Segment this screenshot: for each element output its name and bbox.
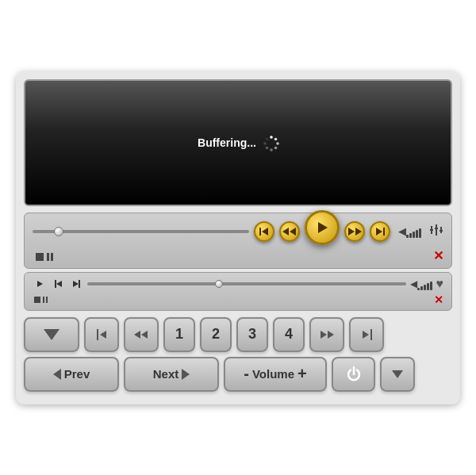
pause-button[interactable] [47,253,53,261]
skip-end-track-button[interactable] [349,317,384,352]
mini-stop-button[interactable] [34,297,40,303]
close-icon[interactable]: ✕ [433,248,443,263]
dropdown-small-button[interactable] [380,357,415,392]
fastforward-icon [347,228,362,236]
play-button[interactable] [305,210,340,245]
volume-plus-icon[interactable]: + [298,365,307,383]
mini-volume-control[interactable]: ◀ [410,278,432,290]
next-button[interactable]: Next [124,357,219,392]
svg-point-2 [276,142,279,145]
equalizer-icon [429,223,443,237]
track-button-row: 1 2 3 4 [24,317,452,352]
mini-stop-pause [34,297,48,303]
power-button[interactable] [332,357,375,392]
mini-close-icon[interactable]: ✕ [434,293,443,306]
track-1-button[interactable]: 1 [163,317,195,352]
video-screen: Buffering... [24,79,452,206]
svg-point-6 [263,142,267,145]
track-back-icon [97,329,107,340]
equalizer-button[interactable] [429,223,443,240]
rewind-start-icon [259,228,269,236]
chevron-down-small-icon [392,370,403,378]
speaker-icon: ◀ [398,225,406,237]
skip-back-icon [262,228,268,236]
controls-row: ◀ [33,218,443,245]
svg-point-4 [270,148,273,151]
volume-control[interactable]: ◀ [398,225,421,238]
svg-rect-11 [430,229,433,231]
volume-button[interactable]: - Volume + [224,357,327,392]
dropdown-button[interactable] [24,317,79,352]
play-icon [318,222,328,233]
power-icon [345,366,363,383]
rewind-track-icon [134,331,148,339]
svg-point-7 [266,137,269,140]
volume-label: Volume [252,367,294,381]
stop-button[interactable] [36,253,44,261]
fastfwd-track-icon [320,331,334,339]
next-arrow-icon [182,369,190,380]
volume-minus-icon[interactable]: - [244,365,249,383]
volume-bars-icon [406,225,421,238]
next-label: Next [153,367,179,381]
prev-arrow-icon [53,369,61,380]
mini-player-bar: ◀ ♥ ✕ [24,272,452,311]
nav-button-row: Prev Next - Volume + [24,357,452,392]
track-back-button[interactable] [84,317,119,352]
svg-rect-12 [435,228,438,229]
favorite-button[interactable]: ♥ [436,277,444,291]
mini-skip-start-icon [55,280,62,288]
prev-label: Prev [64,367,90,381]
mini-volume-bars [417,278,432,290]
mini-play-button[interactable] [33,277,47,291]
mini-controls-row: ◀ ♥ [33,277,443,291]
buffering-indicator: Buffering... [198,135,278,151]
prev-button[interactable]: Prev [24,357,119,392]
mini-skip-end-button[interactable] [69,277,83,291]
mini-play-icon [37,281,43,287]
rewind-button[interactable] [279,221,300,242]
mini-progress-thumb[interactable] [215,280,223,288]
fastfwd-track-button[interactable] [309,317,344,352]
main-controls-bar: ◀ [24,213,452,269]
stop-pause-controls [34,253,53,261]
svg-point-5 [266,146,269,149]
svg-point-0 [270,136,273,139]
track-3-button[interactable]: 3 [236,317,268,352]
mini-pause-button[interactable] [43,297,48,303]
mini-speaker-icon: ◀ [410,278,417,289]
svg-point-1 [274,137,278,140]
mini-progress-bar[interactable] [87,282,406,285]
rewind-track-button[interactable] [124,317,159,352]
track-2-button[interactable]: 2 [200,317,232,352]
svg-point-3 [274,146,278,149]
spinner-icon [263,135,278,151]
mini-skip-end-icon [73,280,80,288]
skip-end-icon [375,228,385,236]
pause-bar-left [47,253,49,261]
skip-end-button[interactable] [370,221,390,242]
main-progress-bar[interactable] [33,230,249,233]
pause-bar-right [51,253,53,261]
rewind-icon [282,228,297,236]
progress-thumb[interactable] [54,227,63,236]
fastforward-button[interactable] [344,221,365,242]
media-player: Buffering... [16,71,460,404]
track-4-button[interactable]: 4 [273,317,305,352]
rewind-start-button[interactable] [254,221,274,242]
buffering-label: Buffering... [198,136,256,149]
mini-skip-start-button[interactable] [51,277,65,291]
chevron-down-icon [44,329,60,340]
svg-rect-13 [440,230,443,232]
skip-end-track-icon [362,329,372,340]
